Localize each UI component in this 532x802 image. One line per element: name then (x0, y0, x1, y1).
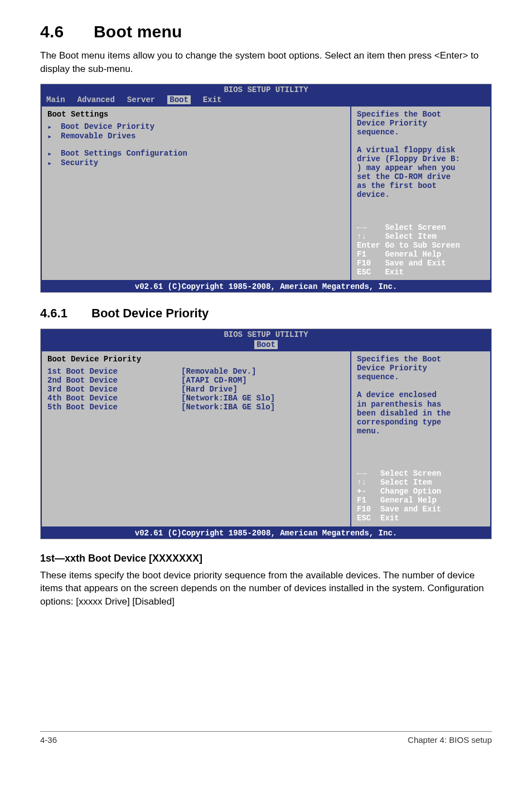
boot-device-label: 4th Boot Device (47, 394, 181, 403)
tab-boot[interactable]: Boot (167, 95, 191, 104)
bios-copyright: v02.61 (C)Copyright 1985-2008, American … (41, 528, 491, 539)
tab-advanced[interactable]: Advanced (78, 95, 115, 104)
boot-device-value: [Network:IBA GE Slo] (181, 403, 275, 412)
bios-title: BIOS SETUP UTILITY (41, 329, 491, 340)
tab-boot[interactable]: Boot (254, 340, 278, 349)
menu-item-boot-settings-config[interactable]: ▸ Boot Settings Configuration (47, 149, 345, 158)
chapter-label: Chapter 4: BIOS setup (408, 735, 492, 745)
tab-server[interactable]: Server (127, 95, 155, 104)
bios-screenshot-boot-menu: BIOS SETUP UTILITY Main Advanced Server … (40, 84, 492, 293)
bios-menubar: Boot (41, 340, 491, 350)
boot-device-value: [Network:IBA GE Slo] (181, 394, 275, 403)
menu-label: Removable Drives (61, 132, 195, 141)
submenu-arrow-icon: ▸ (47, 149, 61, 158)
boot-device-row-2[interactable]: 2nd Boot Device [ATAPI CD-ROM] (47, 376, 345, 385)
bios-section-header: Boot Settings (47, 110, 345, 119)
option-heading: 1st—xxth Boot Device [XXXXXXX] (40, 553, 492, 564)
bios-left-pane: Boot Settings ▸ Boot Device Priority ▸ R… (41, 105, 351, 282)
section-heading: 4.6Boot menu (40, 22, 492, 41)
boot-device-label: 3rd Boot Device (47, 385, 181, 394)
submenu-arrow-icon: ▸ (47, 122, 61, 132)
bios-menubar: Main Advanced Server Boot Exit (41, 95, 491, 105)
boot-device-label: 2nd Boot Device (47, 376, 181, 385)
boot-device-label: 1st Boot Device (47, 367, 181, 376)
intro-paragraph: The Boot menu items allow you to change … (40, 49, 492, 76)
boot-device-row-5[interactable]: 5th Boot Device [Network:IBA GE Slo] (47, 403, 345, 412)
bios-section-header: Boot Device Priority (47, 355, 345, 364)
bios-copyright: v02.61 (C)Copyright 1985-2008, American … (41, 281, 491, 292)
boot-device-row-1[interactable]: 1st Boot Device [Removable Dev.] (47, 367, 345, 376)
bios-right-pane: Specifies the Boot Device Priority seque… (351, 105, 491, 282)
bios-screenshot-boot-priority: BIOS SETUP UTILITY Boot Boot Device Prio… (40, 328, 492, 539)
submenu-arrow-icon: ▸ (47, 158, 61, 168)
bios-nav-help: ←→ Select Screen ↑↓ Select Item Enter Go… (357, 223, 486, 277)
tab-exit[interactable]: Exit (203, 95, 222, 104)
boot-device-row-4[interactable]: 4th Boot Device [Network:IBA GE Slo] (47, 394, 345, 403)
bios-help-text: Specifies the Boot Device Priority seque… (357, 355, 486, 436)
boot-device-value: [ATAPI CD-ROM] (181, 376, 247, 385)
boot-device-row-3[interactable]: 3rd Boot Device [Hard Drive] (47, 385, 345, 394)
tab-main[interactable]: Main (46, 95, 65, 104)
submenu-arrow-icon: ▸ (47, 132, 61, 141)
page-number: 4-36 (40, 735, 57, 745)
option-description: These items specify the boot device prio… (40, 569, 492, 608)
bios-left-pane: Boot Device Priority 1st Boot Device [Re… (41, 350, 351, 527)
bios-right-pane: Specifies the Boot Device Priority seque… (351, 350, 491, 527)
menu-label: Boot Settings Configuration (61, 149, 195, 158)
menu-item-boot-device-priority[interactable]: ▸ Boot Device Priority (47, 122, 345, 132)
page-footer: 4-36 Chapter 4: BIOS setup (40, 731, 492, 745)
boot-device-value: [Removable Dev.] (181, 367, 256, 376)
section-number: 4.6 (40, 22, 94, 41)
subsection-heading: 4.6.1Boot Device Priority (40, 306, 492, 321)
bios-nav-help: ←→ Select Screen ↑↓ Select Item +- Chang… (357, 469, 486, 523)
menu-label: Security (61, 158, 195, 168)
bios-help-text: Specifies the Boot Device Priority seque… (357, 110, 486, 200)
bios-title: BIOS SETUP UTILITY (41, 84, 491, 95)
section-title: Boot menu (94, 22, 182, 41)
subsection-number: 4.6.1 (40, 306, 91, 321)
boot-device-label: 5th Boot Device (47, 403, 181, 412)
menu-item-removable-drives[interactable]: ▸ Removable Drives (47, 132, 345, 141)
boot-device-value: [Hard Drive] (181, 385, 238, 394)
menu-item-security[interactable]: ▸ Security (47, 158, 345, 168)
menu-label: Boot Device Priority (61, 122, 195, 132)
subsection-title: Boot Device Priority (91, 306, 209, 320)
